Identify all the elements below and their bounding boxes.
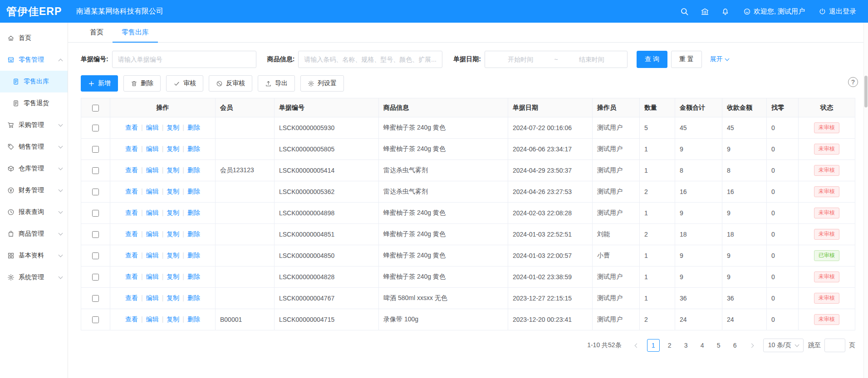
action-edit-link[interactable]: 编辑 (146, 294, 159, 301)
sidebar-item-home[interactable]: 首页 (0, 27, 68, 49)
export-button[interactable]: 导出 (258, 75, 295, 92)
action-view-link[interactable]: 查看 (125, 188, 138, 195)
add-button[interactable]: 新增 (81, 75, 118, 92)
row-checkbox[interactable] (92, 316, 99, 323)
expand-toggle[interactable]: 展开 (710, 55, 729, 63)
action-delete-link[interactable]: 删除 (187, 294, 200, 301)
action-delete-link[interactable]: 删除 (187, 166, 200, 174)
prev-page-button[interactable] (630, 339, 642, 352)
search-icon[interactable] (680, 7, 689, 16)
cell-member (216, 117, 275, 139)
action-view-link[interactable]: 查看 (125, 230, 138, 237)
scrollbar-thumb[interactable] (864, 76, 868, 107)
action-edit-link[interactable]: 编辑 (146, 166, 159, 174)
page-number-button[interactable]: 6 (729, 339, 741, 352)
logout-button[interactable]: 退出登录 (819, 7, 856, 16)
sidebar-item-goods-management[interactable]: 商品管理 (0, 223, 68, 245)
cell-member (216, 181, 275, 203)
page-number-button[interactable]: 1 (647, 339, 660, 352)
action-copy-link[interactable]: 复制 (167, 209, 179, 216)
action-edit-link[interactable]: 编辑 (146, 315, 159, 323)
tab-retail-outbound[interactable]: 零售出库 (113, 23, 158, 43)
start-date-input[interactable] (489, 56, 552, 63)
reset-button[interactable]: 重 置 (671, 51, 702, 68)
audit-button[interactable]: 审核 (166, 75, 203, 92)
action-edit-link[interactable]: 编辑 (146, 209, 159, 216)
action-delete-link[interactable]: 删除 (187, 188, 200, 195)
delete-button[interactable]: 删除 (123, 75, 161, 92)
action-edit-link[interactable]: 编辑 (146, 273, 159, 280)
action-edit-link[interactable]: 编辑 (146, 252, 159, 259)
action-copy-link[interactable]: 复制 (167, 145, 179, 152)
action-view-link[interactable]: 查看 (125, 273, 138, 280)
unaudit-button[interactable]: 反审核 (209, 75, 252, 92)
tab-home[interactable]: 首页 (81, 23, 113, 43)
row-checkbox[interactable] (92, 167, 99, 174)
row-checkbox[interactable] (92, 231, 99, 238)
sidebar-item-retail-return[interactable]: 零售退货 (0, 92, 68, 114)
product-info-input[interactable] (298, 51, 442, 68)
sidebar-item-purchase-management[interactable]: 采购管理 (0, 114, 68, 136)
action-view-link[interactable]: 查看 (125, 252, 138, 259)
action-delete-link[interactable]: 删除 (187, 124, 200, 131)
search-button[interactable]: 查 询 (637, 51, 667, 68)
sidebar-item-report-query[interactable]: 报表查询 (0, 201, 68, 223)
sidebar-item-base-data[interactable]: 基本资料 (0, 245, 68, 267)
page-jump-input[interactable] (824, 339, 845, 352)
action-edit-link[interactable]: 编辑 (146, 124, 159, 131)
row-checkbox[interactable] (92, 295, 99, 302)
action-copy-link[interactable]: 复制 (167, 124, 179, 131)
action-delete-link[interactable]: 删除 (187, 230, 200, 237)
action-edit-link[interactable]: 编辑 (146, 188, 159, 195)
action-delete-link[interactable]: 删除 (187, 315, 200, 323)
action-view-link[interactable]: 查看 (125, 294, 138, 301)
row-checkbox[interactable] (92, 189, 99, 195)
welcome-user[interactable]: 欢迎您, 测试用户 (743, 7, 805, 16)
cell-bill-no: LSCK00000004851 (275, 224, 379, 245)
end-date-input[interactable] (560, 56, 623, 63)
action-delete-link[interactable]: 删除 (187, 209, 200, 216)
next-page-button[interactable] (746, 339, 759, 352)
row-checkbox[interactable] (92, 210, 99, 217)
action-view-link[interactable]: 查看 (125, 145, 138, 152)
action-copy-link[interactable]: 复制 (167, 230, 179, 237)
page-size-select[interactable]: 10 条/页 (763, 339, 804, 352)
action-view-link[interactable]: 查看 (125, 166, 138, 174)
select-all-checkbox[interactable] (92, 105, 99, 111)
row-checkbox[interactable] (92, 146, 99, 153)
row-checkbox[interactable] (92, 252, 99, 259)
column-settings-button[interactable]: 列设置 (300, 75, 344, 92)
sidebar-item-retail-management[interactable]: 零售管理 (0, 49, 68, 71)
action-view-link[interactable]: 查看 (125, 315, 138, 323)
sidebar-item-warehouse-management[interactable]: 仓库管理 (0, 158, 68, 179)
sidebar-item-finance-management[interactable]: 财务管理 (0, 179, 68, 201)
action-copy-link[interactable]: 复制 (167, 252, 179, 259)
action-delete-link[interactable]: 删除 (187, 273, 200, 280)
row-select-cell (81, 224, 110, 245)
bill-no-input[interactable] (112, 51, 256, 68)
action-copy-link[interactable]: 复制 (167, 294, 179, 301)
action-view-link[interactable]: 查看 (125, 124, 138, 131)
action-copy-link[interactable]: 复制 (167, 315, 179, 323)
page-number-button[interactable]: 2 (663, 339, 676, 352)
row-checkbox[interactable] (92, 125, 99, 131)
action-delete-link[interactable]: 删除 (187, 252, 200, 259)
help-icon[interactable]: ? (848, 77, 858, 87)
notification-bell-icon[interactable] (721, 7, 730, 16)
date-range-picker[interactable]: ~ (485, 51, 628, 68)
sidebar-item-system-management[interactable]: 系统管理 (0, 267, 68, 288)
action-edit-link[interactable]: 编辑 (146, 230, 159, 237)
page-number-button[interactable]: 4 (696, 339, 709, 352)
action-edit-link[interactable]: 编辑 (146, 145, 159, 152)
action-copy-link[interactable]: 复制 (167, 273, 179, 280)
action-view-link[interactable]: 查看 (125, 209, 138, 216)
sidebar-item-retail-outbound[interactable]: 零售出库 (0, 71, 68, 92)
action-copy-link[interactable]: 复制 (167, 188, 179, 195)
organization-icon[interactable] (701, 7, 709, 16)
page-number-button[interactable]: 3 (680, 339, 692, 352)
row-checkbox[interactable] (92, 274, 99, 281)
page-number-button[interactable]: 5 (712, 339, 725, 352)
action-copy-link[interactable]: 复制 (167, 166, 179, 174)
action-delete-link[interactable]: 删除 (187, 145, 200, 152)
sidebar-item-sales-management[interactable]: 销售管理 (0, 136, 68, 158)
